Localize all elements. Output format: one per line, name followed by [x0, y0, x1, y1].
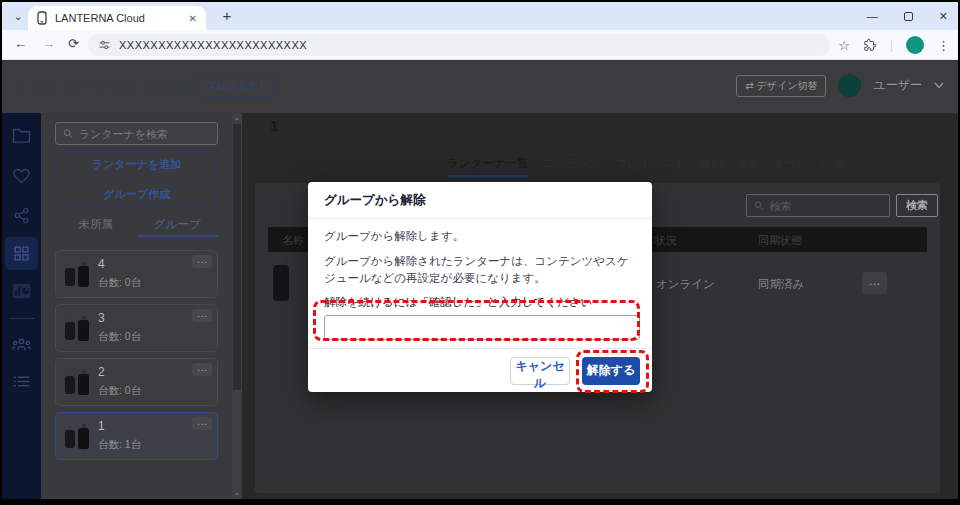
browser-tab[interactable]: LANTERNA Cloud ✕ — [28, 6, 206, 30]
confirm-ungroup-button[interactable]: 解除する — [582, 357, 640, 385]
browser-toolbar: ← → ⟳ XXXXXXXXXXXXXXXXXXXXXXXX ☆ | ⋮ — [2, 30, 958, 60]
browser-profile-avatar[interactable] — [906, 36, 924, 54]
back-icon[interactable]: ← — [14, 36, 27, 51]
browser-menu-icon[interactable]: ⋮ — [937, 38, 950, 53]
forward-icon[interactable]: → — [42, 36, 55, 51]
window-close-icon[interactable]: ✕ — [939, 7, 948, 25]
lantern-favicon-icon — [37, 11, 47, 25]
tab-title: LANTERNA Cloud — [55, 12, 183, 24]
modal-body-line1: グループから解除します。 — [324, 229, 636, 244]
modal-body-line2: グループから解除されたランターナは、コンテンツやスケジュールなどの再設定が必要に… — [324, 253, 636, 286]
extensions-icon[interactable] — [863, 38, 877, 52]
confirm-input-label: 解除を続けるには「確認した」と入力してください — [324, 295, 636, 310]
tab-close-icon[interactable]: ✕ — [189, 13, 197, 24]
cancel-button[interactable]: キャンセル — [510, 357, 570, 385]
modal-title: グループから解除 — [308, 182, 652, 219]
window-restore-icon[interactable] — [904, 12, 913, 21]
ungroup-modal: グループから解除 グループから解除します。 グループから解除されたランターナは、… — [308, 182, 652, 392]
modal-footer: キャンセル 解除する — [308, 348, 652, 392]
reload-icon[interactable]: ⟳ — [68, 36, 79, 51]
bookmark-star-icon[interactable]: ☆ — [838, 38, 850, 53]
confirm-text-input[interactable] — [324, 315, 640, 340]
window-minimize-icon[interactable]: — — [867, 7, 878, 25]
browser-window: ⌄ LANTERNA Cloud ✕ + — ✕ ← → ⟳ XXXXXXXXX… — [0, 0, 960, 505]
new-tab-button[interactable]: + — [218, 7, 236, 25]
address-bar[interactable]: XXXXXXXXXXXXXXXXXXXXXXXX — [88, 34, 830, 56]
tab-search-chevron-icon[interactable]: ⌄ — [10, 8, 26, 24]
toolbar-separator: | — [890, 38, 893, 52]
url-text: XXXXXXXXXXXXXXXXXXXXXXXX — [119, 39, 307, 51]
site-settings-icon[interactable] — [98, 39, 111, 52]
browser-tabstrip: ⌄ LANTERNA Cloud ✕ + — ✕ — [2, 2, 958, 30]
